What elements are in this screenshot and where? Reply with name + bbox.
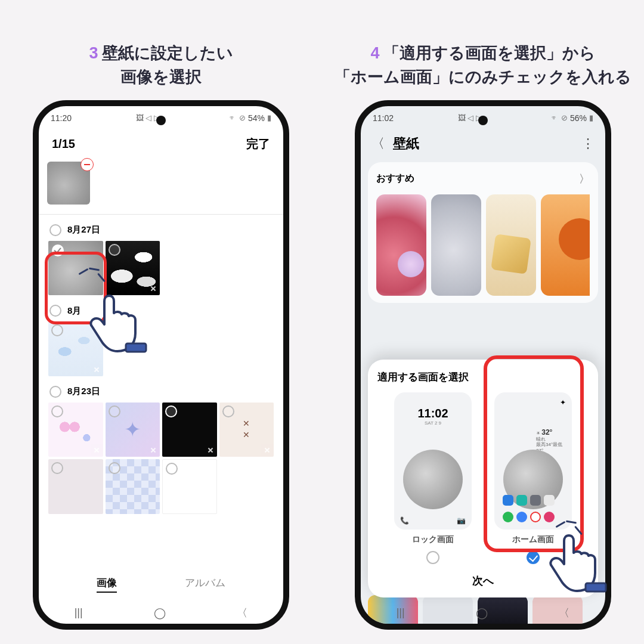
app-icon (544, 495, 555, 506)
preview-home[interactable]: ✦ ☀ 32°晴れ最高34°最低27° (494, 392, 572, 530)
nav-recent-icon[interactable]: ||| (397, 606, 405, 619)
preview-lock[interactable]: 11:02 SAT 2 9 📞📷 (394, 392, 472, 530)
app-icon (516, 495, 527, 506)
thumb-ring (165, 405, 177, 417)
phone-left: 11:20 🖼 ◁ ▷ • ᯤ ⊘ 54% ▮ 1/15 完了 8月27日 (33, 100, 289, 630)
gallery-thumb[interactable] (219, 402, 274, 457)
status-time: 11:02 (373, 113, 394, 123)
lock-label: ロック画面 (412, 534, 454, 545)
android-navbar: ||| ◯ 〈 (361, 602, 605, 624)
gallery-thumb[interactable] (48, 459, 103, 514)
gallery-thumb[interactable] (48, 402, 103, 457)
app-icon (503, 495, 513, 506)
lock-radio[interactable] (426, 551, 439, 564)
status-battery: 54% (248, 113, 265, 123)
selected-thumbnail[interactable] (47, 162, 90, 205)
selection-counter: 1/15 (52, 137, 75, 151)
wifi-icon: ᯤ (229, 113, 237, 122)
wifi-icon: ᯤ (551, 113, 559, 122)
date-label: 8月23日 (67, 386, 100, 397)
app-icon (530, 495, 541, 506)
phone-right: 11:02 🖼 ◁ ▷ • ᯤ ⊘ 56% ▮ 〈 壁紙 ⋮ おすすめ 〉 (355, 100, 611, 630)
sparkle-icon: ✦ (560, 398, 566, 407)
recommended-label: おすすめ (376, 172, 414, 185)
lock-preview-time: 11:02 (417, 407, 448, 420)
expand-icon (261, 444, 273, 456)
wallpaper-option[interactable] (486, 194, 536, 296)
status-time: 11:20 (51, 113, 72, 123)
date-select-ring[interactable] (49, 305, 61, 317)
chevron-right-icon[interactable]: 〉 (579, 172, 590, 186)
dock-icon (544, 512, 555, 522)
step-caption-3: 3壁紙に設定したい 画像を選択 (0, 17, 322, 89)
gallery-thumb[interactable] (48, 241, 103, 296)
tab-albums[interactable]: アルバム (185, 576, 225, 593)
nav-home-icon[interactable]: ◯ (154, 606, 166, 620)
wallpaper-option[interactable] (541, 194, 590, 296)
divider (39, 214, 283, 215)
date-label: 8月27日 (67, 224, 100, 236)
camera-notch (478, 116, 488, 125)
expand-icon (91, 364, 103, 376)
camera-icon: 📷 (457, 516, 466, 525)
step-caption-4: 4「適用する画面を選択」から 「ホーム画面」にのみチェックを入れる (322, 17, 644, 89)
recommended-card: おすすめ 〉 (368, 162, 598, 303)
gallery-thumb[interactable] (106, 402, 160, 457)
home-radio[interactable] (527, 551, 540, 564)
camera-notch (156, 116, 166, 125)
date-select-ring[interactable] (49, 224, 61, 236)
back-button[interactable]: 〈 (371, 135, 385, 153)
weather-widget: ☀ 32°晴れ最高34°最低27° (536, 428, 566, 454)
thumb-ring (51, 462, 63, 474)
thumb-ring (51, 405, 63, 417)
battery-icon: ▮ (589, 113, 593, 122)
thumb-ring (109, 244, 120, 256)
battery-icon: ▮ (267, 113, 271, 122)
expand-icon (147, 444, 159, 456)
apply-screen-sheet: 適用する画面を選択 11:02 SAT 2 9 📞📷 ロック画面 ✦ ☀ (368, 360, 598, 597)
thumb-ring (51, 324, 63, 336)
thumb-ring (109, 462, 120, 474)
home-label: ホーム画面 (512, 534, 554, 545)
page-title: 壁紙 (393, 135, 573, 153)
preview-wallpaper (403, 450, 463, 509)
wallpaper-option[interactable] (376, 194, 426, 296)
expand-icon (91, 444, 103, 456)
gallery-thumb[interactable] (162, 459, 217, 514)
done-button[interactable]: 完了 (246, 136, 270, 152)
date-label: 8月 (67, 305, 81, 317)
lock-preview-date: SAT 2 9 (425, 420, 441, 426)
dnd-icon: ⊘ (561, 113, 568, 122)
expand-icon (205, 444, 216, 456)
sheet-title: 適用する画面を選択 (377, 370, 589, 384)
thumb-selected-icon (52, 244, 64, 256)
nav-recent-icon[interactable]: ||| (75, 606, 83, 619)
nav-back-icon[interactable]: 〈 (559, 606, 569, 620)
next-button[interactable]: 次へ (377, 564, 589, 590)
gallery-thumb[interactable] (106, 459, 160, 514)
gallery-thumb[interactable] (48, 321, 103, 376)
tab-images[interactable]: 画像 (97, 576, 117, 593)
thumb-ring (109, 405, 120, 417)
thumb-ring (222, 405, 234, 417)
gallery-thumb[interactable] (162, 402, 217, 457)
dnd-icon: ⊘ (239, 113, 246, 122)
expand-icon (147, 283, 159, 295)
dock-icon (530, 512, 541, 522)
thumb-ring (166, 463, 178, 475)
date-select-ring[interactable] (49, 386, 61, 398)
dock-icon (503, 512, 513, 522)
android-navbar: ||| ◯ 〈 (39, 602, 283, 624)
wallpaper-option[interactable] (431, 194, 481, 296)
phone-icon: 📞 (400, 516, 409, 525)
more-icon[interactable]: ⋮ (581, 136, 595, 151)
gallery-thumb[interactable] (106, 241, 160, 296)
dock-icon (516, 512, 527, 522)
nav-home-icon[interactable]: ◯ (476, 606, 488, 620)
nav-back-icon[interactable]: 〈 (237, 606, 247, 620)
status-battery: 56% (570, 113, 587, 123)
bottom-tabs: 画像 アルバム (39, 568, 283, 601)
